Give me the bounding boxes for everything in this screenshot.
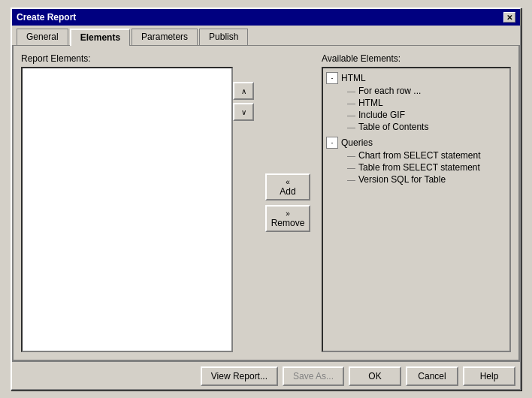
tree-node-queries-label: Queries bbox=[341, 137, 373, 148]
report-elements-label: Report Elements: bbox=[21, 53, 254, 64]
tree-child-toc[interactable]: Table of Contents bbox=[347, 121, 506, 133]
save-as-button[interactable]: Save As... bbox=[283, 366, 344, 386]
report-elements-listbox[interactable] bbox=[21, 67, 233, 352]
available-elements-label: Available Elements: bbox=[322, 53, 511, 64]
tab-bar: General Elements Parameters Publish bbox=[12, 26, 520, 45]
window-title: Create Report bbox=[17, 12, 76, 23]
tree-node-html[interactable]: - HTML bbox=[326, 71, 506, 85]
tree-child-includegif[interactable]: Include GIF bbox=[347, 109, 506, 121]
help-button[interactable]: Help bbox=[463, 366, 515, 386]
move-up-button[interactable]: ∧ bbox=[233, 82, 254, 100]
add-label: Add bbox=[280, 186, 295, 197]
content-area: Report Elements: ∧ ∨ bbox=[21, 53, 511, 352]
tree-child-html[interactable]: HTML bbox=[347, 97, 506, 109]
expander-queries[interactable]: - bbox=[326, 137, 338, 149]
remove-label: Remove bbox=[271, 218, 305, 228]
available-elements-tree[interactable]: - HTML For each row ... HTML Include GIF… bbox=[322, 67, 511, 352]
add-arrow-icon: « bbox=[286, 178, 290, 186]
up-arrow-icon: ∧ bbox=[241, 87, 246, 95]
ok-button[interactable]: OK bbox=[349, 366, 401, 386]
close-button[interactable]: ✕ bbox=[503, 12, 515, 23]
expander-html[interactable]: - bbox=[326, 72, 338, 84]
remove-button[interactable]: » Remove bbox=[265, 205, 310, 232]
move-buttons: ∧ ∨ bbox=[233, 82, 254, 352]
footer: View Report... Save As... OK Cancel Help bbox=[12, 361, 520, 389]
tree-child-foreach[interactable]: For each row ... bbox=[347, 85, 506, 97]
tree-child-chart[interactable]: Chart from SELECT statement bbox=[347, 149, 506, 161]
tab-parameters[interactable]: Parameters bbox=[131, 29, 198, 45]
tab-content: Report Elements: ∧ ∨ bbox=[12, 45, 520, 361]
tab-elements[interactable]: Elements bbox=[70, 29, 130, 46]
view-report-button[interactable]: View Report... bbox=[201, 366, 278, 386]
dialog-window: Create Report ✕ General Elements Paramet… bbox=[11, 8, 521, 390]
move-down-button[interactable]: ∨ bbox=[233, 103, 254, 121]
title-bar: Create Report ✕ bbox=[12, 9, 520, 26]
middle-panel: « Add » Remove bbox=[261, 53, 314, 352]
cancel-button[interactable]: Cancel bbox=[406, 366, 458, 386]
tree-node-queries[interactable]: - Queries bbox=[326, 136, 506, 149]
tree-child-table[interactable]: Table from SELECT statement bbox=[347, 161, 506, 173]
remove-arrow-icon: » bbox=[286, 210, 290, 218]
tree-child-version[interactable]: Version SQL for Table bbox=[347, 173, 506, 185]
right-panel: Available Elements: - HTML For each row … bbox=[322, 53, 511, 352]
down-arrow-icon: ∨ bbox=[241, 108, 246, 116]
tab-general[interactable]: General bbox=[17, 29, 68, 45]
left-panel: Report Elements: ∧ ∨ bbox=[21, 53, 254, 352]
tab-publish[interactable]: Publish bbox=[199, 29, 248, 45]
tree-node-html-label: HTML bbox=[341, 73, 366, 83]
add-button[interactable]: « Add bbox=[265, 173, 310, 201]
